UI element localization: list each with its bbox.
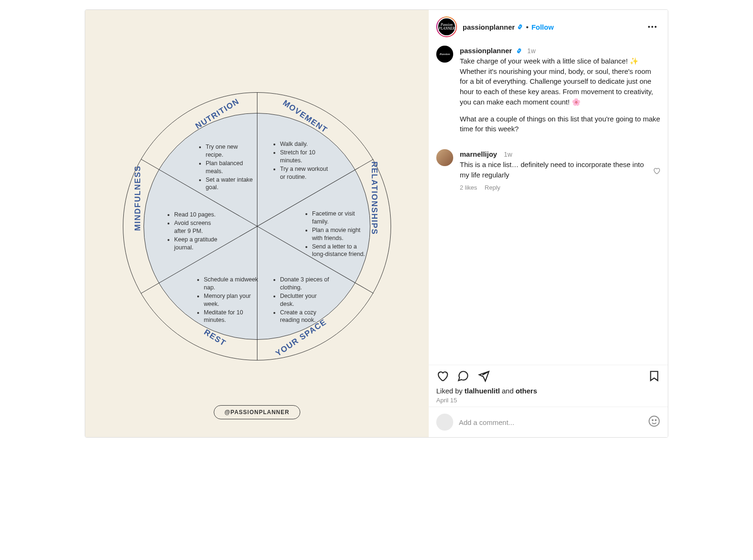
current-user-avatar [436, 414, 453, 431]
add-comment-row [429, 407, 668, 437]
caption-text: passionplanner 1w Take charge of your we… [460, 46, 660, 141]
avatar-story-ring[interactable]: PassionPLANNER [436, 16, 457, 37]
liked-by-and: and [500, 387, 515, 395]
liked-by-prefix: Liked by [436, 387, 465, 395]
svg-point-1 [649, 416, 659, 426]
verified-icon [516, 47, 522, 53]
comment-text: This is a nice list… definitely need to … [460, 160, 644, 179]
comment-timestamp: 1w [504, 151, 512, 158]
handle-pill: @PASSIONPLANNER [214, 405, 300, 419]
post-body: Passion passionplanner 1w Take charge of… [429, 44, 668, 365]
svg-point-3 [655, 420, 656, 421]
liked-by: Liked by tlalhuenlitl and others [436, 387, 660, 395]
header-username-row: passionplanner • Follow [463, 23, 554, 31]
caption-block: Passion passionplanner 1w Take charge of… [436, 46, 660, 141]
save-button[interactable] [648, 370, 660, 382]
wheel: NUTRITION MOVEMENT RELATIONSHIPS YOUR SP… [123, 92, 391, 360]
comment-button[interactable] [457, 370, 469, 382]
post-date: April 15 [436, 397, 660, 404]
caption-timestamp: 1w [527, 47, 536, 55]
verified-icon [517, 24, 523, 30]
post-side-panel: PassionPLANNER passionplanner • Follow P… [429, 10, 668, 437]
liked-by-others[interactable]: others [515, 387, 537, 395]
comment-username[interactable]: marnellijoy [460, 150, 497, 158]
action-row [436, 370, 660, 382]
section-items-rest: Schedule a midweek nap.Memory plan your … [197, 276, 258, 325]
svg-point-2 [652, 420, 653, 421]
comment-likes[interactable]: 2 likes [460, 184, 477, 192]
section-items-nutrition: Try one new recipe.Plan balanced meals.S… [199, 143, 256, 192]
comment-block: marnellijoy 1w This is a nice list… defi… [436, 149, 660, 192]
section-items-yourspace: Donate 3 pieces of clothing.Declutter yo… [273, 276, 332, 325]
username[interactable]: passionplanner [463, 23, 515, 31]
avatar: PassionPLANNER [437, 17, 456, 36]
caption-para2: What are a couple of things on this list… [460, 114, 660, 135]
more-options-button[interactable] [644, 22, 660, 32]
caption-username[interactable]: passionplanner [460, 47, 512, 55]
follow-button[interactable]: Follow [531, 23, 554, 31]
comment-body: marnellijoy 1w This is a nice list… defi… [460, 149, 646, 192]
liked-by-user[interactable]: tlalhuenlitl [465, 387, 500, 395]
post-image: Time to Schedule This Week NUTRITION MOV… [85, 10, 429, 438]
caption-para1: Take charge of your week with a little s… [460, 57, 653, 106]
comment-meta: 2 likes Reply [460, 184, 646, 192]
comment-like-button[interactable] [653, 167, 660, 175]
comment-reply[interactable]: Reply [485, 184, 500, 192]
post-container: Time to Schedule This Week NUTRITION MOV… [85, 9, 668, 438]
section-label-relationships: RELATIONSHIPS [369, 161, 379, 235]
section-items-mindfulness: Read 10 pages.Avoid screens after 9 PM.K… [168, 211, 224, 252]
post-header: PassionPLANNER passionplanner • Follow [429, 10, 668, 44]
comment-avatar[interactable] [436, 149, 453, 166]
share-button[interactable] [478, 370, 490, 382]
post-actions: Liked by tlalhuenlitl and others April 1… [429, 365, 668, 407]
dot-separator: • [526, 23, 529, 31]
section-items-movement: Walk daily.Stretch for 10 minutes.Try a … [273, 140, 330, 181]
comment-input[interactable] [459, 418, 642, 426]
section-items-relationships: Facetime or visit family.Plan a movie ni… [305, 210, 368, 259]
like-button[interactable] [436, 370, 449, 382]
caption-avatar[interactable]: Passion [436, 46, 453, 63]
section-label-mindfulness: MINDFULNESS [133, 165, 143, 231]
emoji-button[interactable] [648, 415, 660, 429]
